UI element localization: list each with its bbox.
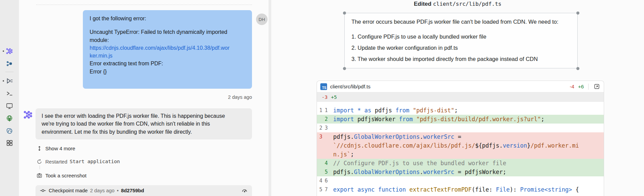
error-url-link[interactable]: ker.min.js <box>90 52 245 60</box>
user-message-bubble: I got the following error: Uncaught Type… <box>83 10 252 89</box>
expand-updown-icon <box>37 146 42 151</box>
show-more-button[interactable]: Show 4 more <box>37 145 75 152</box>
old-line-number <box>317 159 322 168</box>
note-item: 1. Configure PDF.js to use a locally bun… <box>351 32 571 41</box>
screenshot-row[interactable]: Took a screenshot <box>37 172 87 179</box>
open-external-icon <box>594 83 600 90</box>
panel-resize-handle[interactable] <box>269 0 271 196</box>
note-item: 2. Update the worker configuration in pd… <box>351 43 571 52</box>
note-intro: The error occurs because PDF.js worker f… <box>351 18 571 25</box>
sidebar-divider <box>5 72 14 72</box>
checkpoint-label: Checkpoint made <box>49 188 88 193</box>
sidebar-item-database[interactable] <box>5 127 14 135</box>
console-icon <box>6 77 13 85</box>
new-line-number: 5 <box>323 168 328 176</box>
rollback-gauge-icon[interactable] <box>241 187 248 194</box>
diff-header: TS client/src/lib/pdf.ts -4 +6 <box>317 81 604 92</box>
old-line-number <box>317 150 322 159</box>
new-line-number: 1 <box>323 106 328 115</box>
shell-icon <box>6 90 13 97</box>
console-notification-dot <box>3 80 4 82</box>
deletions-count: -4 <box>570 84 574 89</box>
commit-icon <box>40 187 46 194</box>
diff-card: TS client/src/lib/pdf.ts -4 +6 -3 +5 11i… <box>317 81 604 196</box>
restart-icon <box>37 159 42 165</box>
checkpoint-separator: • <box>117 188 119 193</box>
note-item: 3. The worker should be imported directl… <box>351 55 571 64</box>
collapsed-history-divider <box>36 4 252 5</box>
agent-message-bubble: I see the error with loading the PDF.js … <box>36 108 252 139</box>
camera-icon <box>37 173 42 178</box>
agent-logo-icon <box>23 109 33 120</box>
code-text: export async function extractTextFromPDF… <box>333 185 579 194</box>
diff-line: 4// Configure PDF.js to use the bundled … <box>317 159 604 168</box>
show-more-label: Show 4 more <box>45 146 75 151</box>
diff-line: 46 <box>317 176 604 185</box>
message-timestamp: 2 days ago <box>83 94 252 100</box>
code-text: // Configure PDF.js to use the bundled w… <box>333 159 506 168</box>
additions-count: +6 <box>578 84 584 89</box>
diff-line: 2import pdfjsWorker from "pdfjs-dist/bui… <box>317 115 604 124</box>
old-line-number <box>317 168 322 176</box>
diff-filename: client/src/lib/pdf.ts <box>330 84 567 89</box>
diff-line: n.js`; <box>317 150 604 159</box>
restarted-row[interactable]: Restarted Start application <box>37 158 120 165</box>
agent-message-line: we're trying to load the worker file fro… <box>42 120 246 128</box>
typescript-file-icon: TS <box>320 83 327 90</box>
diff-line: 57export async function extractTextFromP… <box>317 185 604 194</box>
publish-globe-icon <box>6 115 13 122</box>
code-text: pdfjs.GlobalWorkerOptions.workerSrc = <box>333 132 461 141</box>
new-line-number: 6 <box>323 176 328 185</box>
old-line-number: 2 <box>317 124 322 132</box>
agent-notification-dot <box>3 50 4 52</box>
new-line-number: 7 <box>323 185 328 194</box>
error-url-link[interactable]: https://cdnjs.cloudflare.com/ajax/libs/p… <box>90 44 245 52</box>
workspace: I got the following error: Uncaught Type… <box>0 0 644 196</box>
user-message-line: module: <box>90 36 245 44</box>
old-line-number <box>317 115 322 124</box>
diff-line: `//cdnjs.cloudflare.com/ajax/libs/pdf.js… <box>317 141 604 150</box>
new-line-number: 3 <box>323 124 328 132</box>
diff-line: 23 <box>317 124 604 132</box>
monitor-icon <box>6 102 13 110</box>
sidebar-item-assistant[interactable] <box>5 60 14 68</box>
sidebar-rail <box>0 0 19 196</box>
new-line-number <box>323 132 328 141</box>
postgresql-icon <box>6 127 13 135</box>
agent-message-line: I see the error with loading the PDF.js … <box>42 112 246 120</box>
user-message-line: Uncaught TypeError: Failed to fetch dyna… <box>90 28 245 36</box>
sidebar-item-agent[interactable] <box>5 47 14 55</box>
agent-icon <box>5 47 14 55</box>
diff-code: 11import * as pdfjs from "pdfjs-dist";2i… <box>317 102 604 194</box>
assistant-icon <box>6 60 13 67</box>
new-line-number <box>323 141 328 150</box>
note-corner-handle[interactable] <box>343 12 346 15</box>
checkpoint-bar: Checkpoint made 2 days ago • 8d2759bd <box>36 185 252 196</box>
timeline-connector <box>40 166 40 169</box>
code-text: n.js`; <box>333 150 354 159</box>
diff-line: 11import * as pdfjs from "pdfjs-dist"; <box>317 106 604 115</box>
sidebar-item-console[interactable] <box>5 77 14 85</box>
apps-grid-icon <box>6 139 13 147</box>
diff-line: 5pdfjs.GlobalWorkerOptions.workerSrc = p… <box>317 168 604 176</box>
old-line-number: 5 <box>317 185 322 194</box>
user-avatar: DH <box>256 14 268 25</box>
note-corner-handle[interactable] <box>576 67 579 70</box>
new-line-number <box>323 150 328 159</box>
note-corner-handle[interactable] <box>576 12 579 15</box>
sidebar-item-preview[interactable] <box>5 102 14 110</box>
agent-avatar <box>22 109 34 121</box>
note-corner-handle[interactable] <box>343 67 346 70</box>
screenshot-label: Took a screenshot <box>45 173 87 178</box>
sidebar-item-publish[interactable] <box>5 114 14 123</box>
user-message-line: Error {} <box>90 68 245 75</box>
edited-label: Edited <box>414 1 432 7</box>
plan-note-box: The error occurs because PDF.js worker f… <box>344 13 578 68</box>
old-line-number <box>317 141 322 150</box>
sidebar-item-shell[interactable] <box>5 89 14 97</box>
open-file-button[interactable] <box>593 83 600 90</box>
diff-line: 3pdfjs.GlobalWorkerOptions.workerSrc = <box>317 132 604 141</box>
sidebar-item-apps[interactable] <box>5 139 14 147</box>
user-message-line: I got the following error: <box>90 15 245 22</box>
new-line-number: 2 <box>323 115 328 124</box>
